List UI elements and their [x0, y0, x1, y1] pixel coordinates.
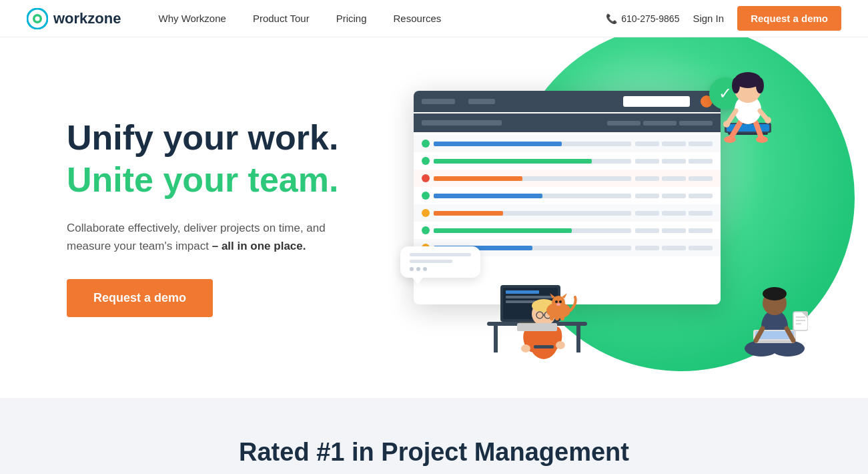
table-row: [414, 170, 721, 187]
svg-point-45: [723, 121, 730, 128]
person-at-desk-illustration: [467, 242, 600, 365]
svg-point-40: [724, 136, 736, 143]
chat-line-1: [410, 253, 471, 256]
nav-product-tour[interactable]: Product Tour: [242, 13, 320, 24]
hero-title-line1: Unify your work.: [67, 118, 387, 158]
svg-rect-34: [560, 316, 564, 320]
svg-point-46: [765, 117, 771, 124]
hero-right: ✓: [387, 64, 815, 371]
chat-dots: [410, 267, 471, 271]
table-row: [414, 222, 721, 239]
svg-rect-10: [506, 290, 539, 294]
hero-description-bold: – all in one place.: [212, 240, 306, 252]
svg-rect-4: [494, 326, 498, 352]
dash-search-bar: [623, 96, 690, 107]
hero-title-line2: Unite your team.: [67, 160, 387, 200]
person-bottom-right-illustration: [741, 275, 808, 365]
svg-point-22: [556, 341, 565, 349]
sign-in-link[interactable]: Sign In: [693, 13, 724, 24]
table-row: [414, 152, 721, 170]
table-row: [414, 135, 721, 152]
hero-left: Unify your work. Unite your team. Collab…: [67, 118, 387, 318]
svg-point-21: [521, 344, 530, 352]
svg-rect-23: [517, 323, 557, 331]
dash-header-row: [414, 113, 721, 132]
phone-icon: 📞: [606, 13, 617, 24]
bottom-section: Rated #1 in Project Management among all…: [0, 398, 868, 474]
navbar: workzone Why Workzone Product Tour Prici…: [0, 0, 868, 37]
logo-text: workzone: [53, 10, 121, 27]
svg-point-31: [556, 303, 560, 306]
request-demo-button-nav[interactable]: Request a demo: [737, 6, 841, 31]
svg-point-55: [763, 287, 787, 300]
svg-point-41: [756, 136, 768, 143]
nav-resources[interactable]: Resources: [383, 13, 452, 24]
svg-rect-24: [534, 345, 554, 348]
phone-number: 📞 610-275-9865: [606, 13, 679, 24]
svg-point-29: [555, 300, 558, 303]
hero-section: Unify your work. Unite your team. Collab…: [0, 37, 868, 398]
rated-title: Rated #1 in Project Management: [27, 438, 841, 467]
nav-why-workzone[interactable]: Why Workzone: [147, 13, 236, 24]
hero-description: Collaborate effectively, deliver project…: [67, 219, 347, 255]
dash-rows: [414, 132, 721, 259]
logo[interactable]: workzone: [27, 8, 121, 29]
nav-links: Why Workzone Product Tour Pricing Resour…: [147, 13, 606, 24]
request-demo-button-hero[interactable]: Request a demo: [67, 279, 213, 317]
svg-rect-33: [555, 316, 559, 320]
svg-point-50: [756, 77, 764, 93]
person-top-illustration: [708, 71, 788, 167]
workzone-logo-icon: [27, 8, 48, 29]
chat-line-2: [410, 260, 452, 263]
svg-point-49: [732, 77, 740, 93]
svg-line-43: [728, 111, 736, 123]
svg-point-30: [559, 300, 562, 303]
svg-rect-32: [550, 316, 554, 320]
nav-pricing[interactable]: Pricing: [326, 13, 378, 24]
cat-illustration: [540, 290, 577, 323]
table-row: [414, 204, 721, 222]
svg-point-2: [35, 16, 40, 21]
nav-right: 📞 610-275-9865 Sign In Request a demo: [606, 6, 841, 31]
dash-topbar: [414, 91, 721, 112]
table-row: [414, 187, 721, 204]
svg-line-44: [760, 111, 767, 119]
svg-rect-5: [576, 326, 580, 352]
